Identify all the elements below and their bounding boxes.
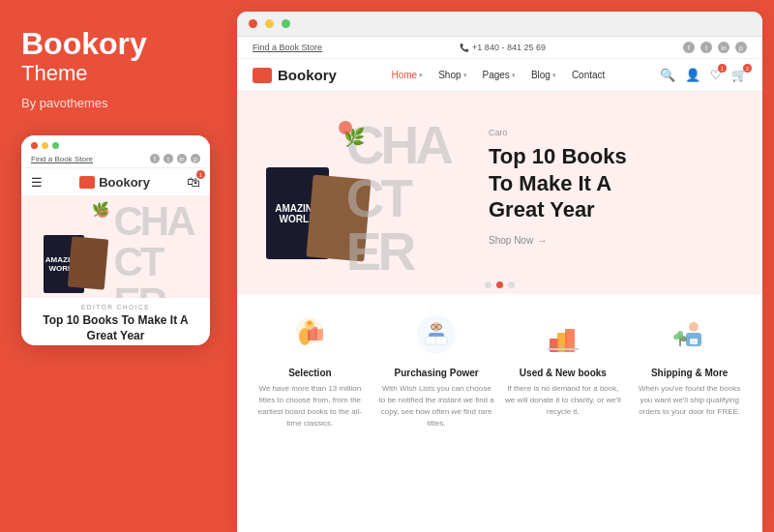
- browser-dot-green: [282, 19, 290, 28]
- left-panel: Bookory Theme By pavothemes Find a Book …: [0, 0, 237, 532]
- hero-dot-2[interactable]: [496, 281, 503, 288]
- svg-point-18: [689, 322, 699, 332]
- nav-chevron-home: ▾: [419, 72, 423, 79]
- feature-selection-icon: [284, 310, 335, 360]
- feature-used-new-books-icon: [538, 310, 588, 360]
- feature-purchasing-power-title: Purchasing Power: [395, 368, 479, 378]
- mobile-window-dots: [31, 142, 200, 149]
- hero-dot-3[interactable]: [508, 281, 515, 288]
- feature-shipping-more-desc: When you've found the books you want we'…: [632, 383, 748, 418]
- feature-used-new-books: Used & New books If there is no demand f…: [505, 310, 621, 520]
- brand-title: Bookory: [21, 27, 147, 61]
- mobile-find-store[interactable]: Find a Book Store: [31, 155, 93, 163]
- feature-shipping-more-icon: [665, 310, 715, 360]
- mobile-instagram-icon[interactable]: in: [177, 154, 187, 163]
- mobile-cart-badge: 1: [196, 170, 205, 179]
- feature-purchasing-power-icon: [411, 310, 461, 360]
- site-wishlist-icon[interactable]: ♡ 1: [710, 68, 722, 82]
- browser-chrome: [237, 12, 762, 37]
- svg-point-24: [677, 331, 683, 339]
- mobile-editor-choice: EDITOR CHOICE Top 10 Books To Make It A …: [21, 298, 210, 345]
- site-nav: Home ▾ Shop ▾ Pages ▾ Blog ▾ Contact: [391, 70, 605, 80]
- site-wishlist-badge: 1: [718, 64, 727, 73]
- nav-item-shop[interactable]: Shop ▾: [438, 70, 466, 80]
- svg-point-5: [308, 321, 312, 325]
- feature-shipping-more-title: Shipping & More: [651, 368, 728, 378]
- brand-subtitle: Theme: [21, 61, 87, 86]
- site-cart-badge: 2: [743, 64, 752, 73]
- browser-dot-red: [249, 19, 257, 28]
- site-phone: 📞 +1 840 - 841 25 69: [460, 43, 546, 52]
- feature-selection: Selection We have more than 13 million t…: [252, 310, 368, 520]
- hero-dot-1[interactable]: [485, 281, 491, 288]
- site-logo-icon: [253, 68, 272, 83]
- hero-decor-dot: [339, 121, 352, 134]
- mobile-twitter-icon[interactable]: t: [164, 154, 173, 163]
- feature-purchasing-power-desc: With Wish Lists you can choose to be not…: [378, 383, 494, 429]
- mobile-top-bar: Find a Book Store f t in p: [21, 135, 210, 168]
- browser-dot-yellow: [265, 19, 274, 28]
- hero-shop-now-link[interactable]: Shop Now →: [489, 235, 743, 246]
- feature-selection-title: Selection: [288, 368, 331, 378]
- hero-books-illustration: AMAZINGWORLD CHACTER 🌿: [256, 114, 450, 259]
- svg-rect-17: [548, 348, 579, 350]
- mobile-logo-icon: [79, 176, 95, 189]
- site-cart-icon[interactable]: 🛒 2: [731, 68, 747, 82]
- mobile-editor-label: EDITOR CHOICE: [29, 304, 202, 310]
- nav-item-blog[interactable]: Blog ▾: [531, 70, 556, 80]
- mobile-editor-title: Top 10 Books To Make It A Great Year: [29, 313, 202, 343]
- mobile-facebook-icon[interactable]: f: [150, 154, 160, 163]
- mobile-dot-red: [31, 142, 38, 149]
- feature-purchasing-power: Purchasing Power With Wish Lists you can…: [378, 310, 494, 520]
- mobile-dot-green: [52, 142, 59, 149]
- site-user-icon[interactable]: 👤: [685, 68, 700, 82]
- features-section: Selection We have more than 13 million t…: [237, 294, 762, 532]
- mobile-header: ☰ Bookory 🛍 1: [21, 168, 210, 196]
- mobile-book-brown: [67, 237, 107, 290]
- site-logo: Bookory: [253, 67, 337, 83]
- site-header-icons: 🔍 👤 ♡ 1 🛒 2: [660, 68, 747, 82]
- nav-chevron-shop: ▾: [463, 72, 467, 79]
- mobile-pinterest-icon[interactable]: p: [191, 154, 200, 163]
- mobile-social-icons: f t in p: [150, 154, 200, 163]
- site-search-icon[interactable]: 🔍: [660, 68, 675, 82]
- site-find-store[interactable]: Find a Book Store: [253, 43, 322, 52]
- nav-chevron-pages: ▾: [512, 72, 516, 79]
- nav-item-contact[interactable]: Contact: [572, 70, 605, 80]
- site-top-bar: Find a Book Store 📞 +1 840 - 841 25 69 f…: [237, 37, 762, 59]
- mobile-mockup: Find a Book Store f t in p ☰ Bookory 🛍 1: [21, 135, 210, 345]
- site-twitter-icon[interactable]: t: [700, 42, 712, 53]
- mobile-hero: AMAZINGWORLD CHACTER 🌿: [21, 196, 210, 298]
- svg-rect-20: [690, 339, 698, 344]
- hero-title: Top 10 BooksTo Make It AGreat Year: [489, 143, 743, 223]
- hero-badge: Caro: [489, 128, 743, 137]
- svg-rect-3: [314, 329, 323, 340]
- site-social-icons: f t in p: [683, 42, 747, 53]
- mobile-hamburger-icon[interactable]: ☰: [31, 175, 43, 190]
- mobile-logo: Bookory: [79, 175, 150, 190]
- site-pinterest-icon[interactable]: p: [735, 42, 747, 53]
- nav-item-pages[interactable]: Pages ▾: [483, 70, 516, 80]
- feature-shipping-more: Shipping & More When you've found the bo…: [632, 310, 748, 520]
- right-panel: Find a Book Store 📞 +1 840 - 841 25 69 f…: [237, 12, 762, 532]
- hero-arrow-icon: →: [537, 235, 547, 246]
- feature-selection-desc: We have more than 13 million titles to c…: [252, 383, 368, 429]
- hero-text: Caro Top 10 BooksTo Make It AGreat Year …: [450, 128, 743, 246]
- svg-rect-10: [435, 337, 447, 344]
- site-instagram-icon[interactable]: in: [718, 42, 729, 53]
- mobile-dot-yellow: [42, 142, 48, 149]
- mobile-leaf-icon: 🌿: [92, 201, 108, 217]
- feature-used-new-books-title: Used & New books: [520, 368, 607, 378]
- hero-carousel-dots: [237, 276, 762, 294]
- mobile-char-text: CHACTER: [114, 201, 194, 298]
- feature-used-new-books-desc: If there is no demand for a book, we wil…: [505, 383, 621, 418]
- nav-chevron-blog: ▾: [552, 72, 556, 79]
- site-hero: AMAZINGWORLD CHACTER 🌿 Caro Top 10 Books…: [237, 92, 762, 276]
- brand-by: By pavothemes: [21, 96, 108, 110]
- site-header: Bookory Home ▾ Shop ▾ Pages ▾ Blog ▾: [237, 59, 762, 92]
- site-facebook-icon[interactable]: f: [683, 42, 695, 53]
- mobile-cart-icon[interactable]: 🛍 1: [187, 174, 200, 190]
- browser-content: Find a Book Store 📞 +1 840 - 841 25 69 f…: [237, 37, 762, 532]
- nav-item-home[interactable]: Home ▾: [391, 70, 423, 80]
